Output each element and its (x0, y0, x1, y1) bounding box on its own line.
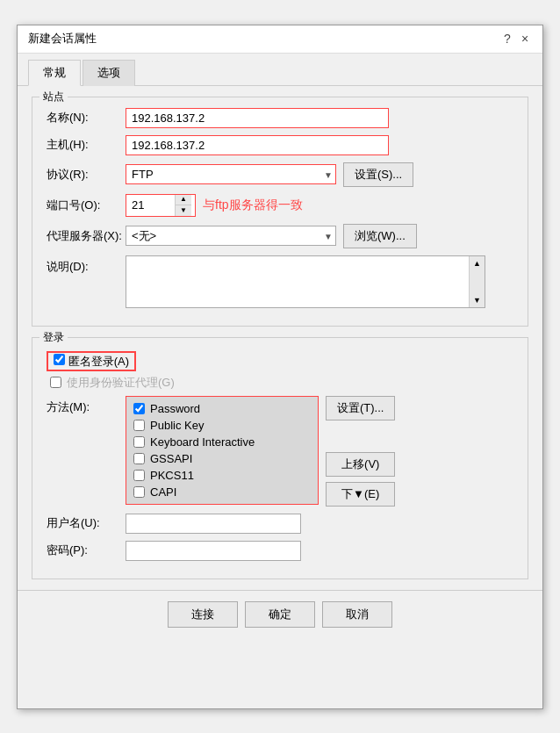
proxy-auth-label: 使用身份验证代理(G) (67, 375, 175, 391)
connect-button[interactable]: 连接 (168, 601, 238, 628)
method-up-button[interactable]: 上移(V) (326, 452, 395, 477)
protocol-select[interactable]: FTP SFTP SCP HTTP HTTPS (126, 164, 336, 184)
method-list: Password Public Key Keyboard Interactive (126, 396, 319, 505)
port-note: 与ftp服务器得一致 (203, 198, 303, 213)
method-gssapi-checkbox[interactable] (133, 453, 145, 464)
cancel-button[interactable]: 取消 (322, 601, 392, 628)
browse-button[interactable]: 浏览(W)... (343, 224, 417, 248)
host-label: 主机(H): (47, 137, 126, 153)
desc-label: 说明(D): (47, 255, 126, 275)
username-row: 用户名(U): (47, 514, 513, 534)
port-row: 端口号(O): ▲ ▼ 与ftp服务器得一致 (47, 194, 513, 217)
method-capi: CAPI (126, 484, 318, 500)
tab-general[interactable]: 常规 (28, 60, 81, 86)
scroll-up-icon[interactable]: ▲ (470, 256, 485, 270)
method-password-label: Password (150, 402, 200, 415)
method-settings-button[interactable]: 设置(T)... (326, 396, 395, 420)
password-row: 密码(P): (47, 541, 513, 561)
name-input[interactable] (126, 108, 389, 128)
proxy-auth-row: 使用身份验证代理(G) (50, 375, 513, 391)
port-spin-buttons: ▲ ▼ (175, 195, 191, 216)
anon-label: 匿名登录(A) (68, 355, 129, 368)
port-label: 端口号(O): (47, 198, 126, 213)
method-down-button[interactable]: 下▼(E) (326, 482, 395, 507)
method-capi-checkbox[interactable] (133, 486, 145, 498)
settings-button[interactable]: 设置(S)... (343, 162, 413, 187)
close-button[interactable]: × (518, 32, 532, 46)
protocol-select-container: FTP SFTP SCP HTTP HTTPS ▼ (126, 164, 336, 184)
footer: 连接 确定 取消 (18, 590, 542, 638)
method-password: Password (126, 400, 318, 417)
name-row: 名称(N): (47, 108, 513, 128)
title-controls: ? × (500, 32, 532, 46)
host-row: 主机(H): (47, 135, 513, 155)
tabs-bar: 常规 选项 (18, 54, 542, 86)
port-down-button[interactable]: ▼ (176, 205, 191, 216)
method-keyboard: Keyboard Interactive (126, 434, 318, 450)
method-pkcs11-label: PKCS11 (150, 469, 194, 482)
port-input-wrapper: ▲ ▼ (126, 194, 196, 217)
protocol-row: 协议(R): FTP SFTP SCP HTTP HTTPS ▼ 设置(S)..… (47, 162, 513, 187)
method-keyboard-checkbox[interactable] (133, 436, 145, 448)
proxy-label: 代理服务器(X): (47, 228, 126, 244)
proxy-row: 代理服务器(X): <无> ▼ 浏览(W)... (47, 224, 513, 248)
tab-options[interactable]: 选项 (83, 60, 135, 86)
title-bar: 新建会话属性 ? × (18, 25, 542, 54)
desc-area: ▲ ▼ (126, 255, 485, 308)
method-buttons: 设置(T)... 上移(V) 下▼(E) (326, 396, 395, 507)
method-password-checkbox[interactable] (133, 403, 145, 414)
proxy-select[interactable]: <无> (126, 226, 336, 246)
username-label: 用户名(U): (47, 515, 126, 531)
password-label: 密码(P): (47, 543, 126, 558)
method-row: 方法(M): Password Public Key K (47, 396, 513, 507)
anon-row: 匿名登录(A) (47, 354, 513, 370)
method-pkcs11-checkbox[interactable] (133, 470, 145, 481)
proxy-auth-checkbox[interactable] (50, 377, 61, 388)
method-list-wrapper: Password Public Key Keyboard Interactive (126, 396, 395, 507)
desc-input[interactable] (126, 256, 469, 307)
desc-scrollbar: ▲ ▼ (469, 256, 485, 307)
protocol-label: 协议(R): (47, 167, 126, 183)
ok-button[interactable]: 确定 (245, 601, 315, 628)
port-up-button[interactable]: ▲ (176, 195, 191, 205)
anon-checkbox-wrapper: 匿名登录(A) (47, 351, 136, 371)
method-gssapi: GSSAPI (126, 450, 318, 467)
username-input[interactable] (126, 514, 301, 534)
proxy-wrapper: <无> ▼ 浏览(W)... (126, 224, 513, 248)
help-button[interactable]: ? (500, 32, 514, 46)
method-gssapi-label: GSSAPI (150, 452, 192, 465)
anon-checkbox[interactable] (54, 354, 65, 365)
dialog-title: 新建会话属性 (28, 31, 97, 47)
dialog: 新建会话属性 ? × 常规 选项 站点 名称(N): 主机(H): (17, 25, 543, 709)
protocol-wrapper: FTP SFTP SCP HTTP HTTPS ▼ 设置(S)... (126, 162, 513, 187)
method-publickey: Public Key (126, 417, 318, 434)
content-area: 站点 名称(N): 主机(H): 协议(R): FTP SFTP SCP (18, 86, 542, 590)
method-publickey-checkbox[interactable] (133, 420, 145, 431)
scroll-down-icon[interactable]: ▼ (470, 293, 485, 307)
method-keyboard-label: Keyboard Interactive (150, 435, 255, 449)
method-publickey-label: Public Key (150, 419, 204, 432)
login-section: 登录 匿名登录(A) 使用身份验证代理(G) 方法(M): Passwo (32, 337, 528, 579)
method-label: 方法(M): (47, 396, 126, 415)
proxy-select-container: <无> ▼ (126, 226, 336, 246)
desc-row: 说明(D): ▲ ▼ (47, 255, 513, 308)
method-capi-label: CAPI (150, 485, 176, 499)
port-input[interactable] (126, 196, 175, 214)
login-section-title: 登录 (39, 330, 68, 345)
station-section: 站点 名称(N): 主机(H): 协议(R): FTP SFTP SCP (32, 97, 528, 327)
password-input[interactable] (126, 541, 301, 561)
name-label: 名称(N): (47, 110, 126, 126)
host-input[interactable] (126, 135, 389, 155)
station-section-title: 站点 (39, 90, 68, 104)
method-pkcs11: PKCS11 (126, 467, 318, 484)
